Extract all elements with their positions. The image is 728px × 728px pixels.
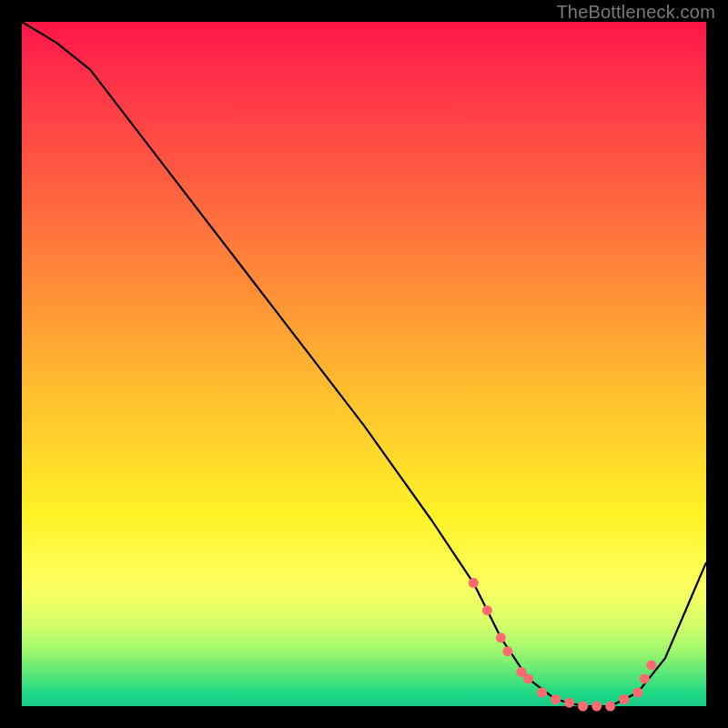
curve-svg	[22, 22, 706, 706]
plot-area	[22, 22, 706, 706]
marker-dot	[537, 688, 547, 698]
marker-dot	[523, 673, 533, 683]
marker-dot	[619, 694, 629, 704]
chart-frame: TheBottleneck.com	[0, 0, 728, 728]
marker-dot	[551, 694, 561, 704]
marker-dot	[469, 578, 479, 588]
marker-dot	[646, 660, 656, 670]
marker-dot	[592, 702, 602, 712]
marker-points	[469, 578, 657, 711]
watermark-text: TheBottleneck.com	[556, 2, 715, 23]
marker-dot	[482, 605, 492, 615]
marker-dot	[496, 632, 506, 642]
marker-dot	[578, 702, 588, 712]
marker-dot	[632, 688, 642, 698]
marker-dot	[564, 698, 574, 708]
marker-dot	[640, 673, 650, 683]
marker-dot	[605, 702, 615, 712]
bottleneck-curve	[22, 22, 706, 706]
marker-dot	[502, 646, 512, 656]
